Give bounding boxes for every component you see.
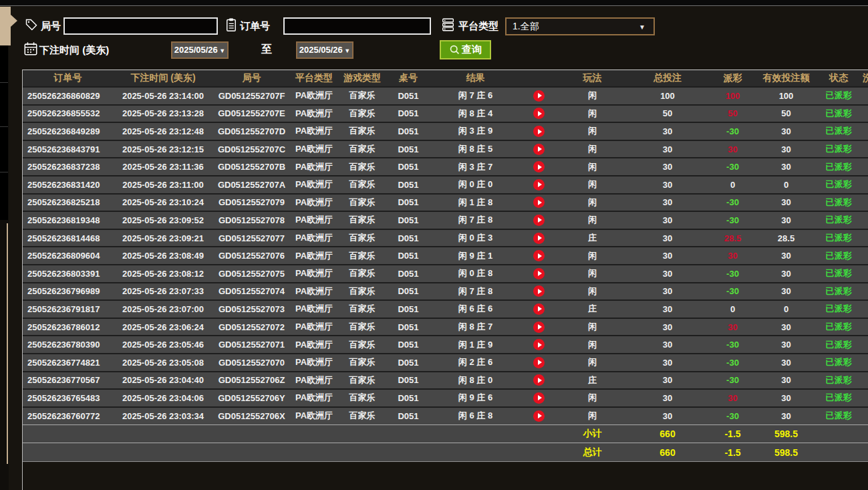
replay-play-button[interactable]	[533, 108, 545, 119]
replay-play-button[interactable]	[533, 233, 545, 244]
cell-game-type: 百家乐	[338, 407, 386, 425]
sidebar-toggle-tab[interactable]	[0, 7, 18, 45]
cell-order-number: 250526236860829	[23, 87, 113, 105]
cell-replay	[521, 336, 557, 354]
cell-bet-time: 2025-05-26 23:09:52	[113, 211, 213, 229]
round-number-input[interactable]	[63, 17, 218, 35]
cell-status: 已派彩	[815, 389, 863, 407]
date-from-picker[interactable]: 2025/05/26	[171, 41, 229, 59]
cell-round-number: GD0512552707F	[213, 87, 290, 105]
cell-valid-bet: 30	[758, 372, 815, 390]
cell-result: 闲 7 庄 6	[430, 87, 521, 105]
cell-order-number: 250526236770567	[23, 372, 113, 390]
replay-play-button[interactable]	[533, 392, 545, 404]
replay-play-button[interactable]	[533, 268, 545, 279]
cell-replay	[521, 176, 557, 194]
order-number-input[interactable]	[283, 17, 431, 35]
cell-empty	[863, 443, 868, 462]
cell-platform-type: PA欧洲厅	[290, 407, 338, 425]
cell-order-number: 250526236803391	[23, 265, 113, 283]
cell-payout: -30	[708, 158, 758, 176]
cell-status: 已派彩	[815, 158, 863, 176]
cell-valid-bet: 50	[758, 105, 815, 123]
cell-total-bet: 30	[627, 140, 708, 158]
replay-play-button[interactable]	[533, 144, 545, 155]
cell-status: 已派彩	[815, 372, 863, 390]
replay-play-button[interactable]	[533, 374, 545, 386]
total-bet: 660	[627, 424, 708, 443]
cell-bet-type: 闲	[557, 158, 627, 176]
cell-stub	[863, 87, 868, 105]
cell-platform-type: PA欧洲厅	[290, 372, 338, 390]
cell-bet-time: 2025-05-26 23:08:12	[113, 265, 213, 283]
cell-total-bet: 30	[627, 283, 708, 301]
collapsed-sidebar	[0, 6, 9, 490]
cell-bet-type: 闲	[557, 211, 627, 229]
replay-play-button[interactable]	[533, 126, 545, 137]
replay-play-button[interactable]	[533, 179, 545, 191]
cell-valid-bet: 30	[758, 122, 815, 140]
cell-status: 已派彩	[815, 354, 863, 372]
cell-order-number: 250526236849289	[23, 122, 113, 140]
cell-status: 已派彩	[815, 105, 863, 123]
cell-platform-type: PA欧洲厅	[290, 87, 338, 105]
cell-total-bet: 30	[627, 176, 708, 194]
cell-order-number: 250526236796989	[23, 283, 113, 301]
cell-payout: 100	[708, 87, 758, 105]
cell-table-number: D051	[386, 389, 430, 407]
cell-result: 闲 3 庄 9	[430, 122, 521, 140]
cell-valid-bet: 30	[758, 336, 815, 354]
chevron-down-icon	[639, 19, 645, 35]
cell-status: 已派彩	[815, 229, 863, 247]
cell-result: 闲 7 庄 8	[430, 211, 521, 229]
cell-bet-time: 2025-05-26 23:08:49	[113, 247, 213, 265]
table-row: 2505262367969892025-05-26 23:07:33GD0512…	[23, 283, 868, 301]
replay-play-button[interactable]	[533, 250, 545, 261]
cell-bet-type: 庄	[557, 300, 627, 318]
top-black-bar	[0, 0, 868, 5]
replay-play-button[interactable]	[533, 197, 545, 208]
table-row: 2505262368608292025-05-26 23:14:00GD0512…	[23, 87, 868, 105]
cell-bet-time: 2025-05-26 23:12:15	[113, 140, 213, 158]
replay-play-button[interactable]	[533, 410, 545, 422]
bet-records-table-container: 订单号下注时间 (美东)局号平台类型游戏类型桌号结果玩法总投注派彩有效投注额状态…	[22, 70, 868, 490]
replay-play-button[interactable]	[533, 161, 545, 172]
cell-round-number: GD0512552707B	[213, 158, 290, 176]
cell-empty	[338, 424, 386, 443]
cell-payout: 30	[708, 389, 758, 407]
cell-order-number: 250526236765483	[23, 389, 113, 407]
cell-table-number: D051	[386, 372, 430, 390]
to-label: 至	[261, 43, 272, 57]
cell-valid-bet: 30	[758, 194, 815, 212]
cell-payout: -30	[708, 336, 758, 354]
replay-play-button[interactable]	[533, 285, 545, 297]
cell-total-bet: 100	[627, 87, 708, 105]
cell-empty	[815, 443, 863, 462]
cell-valid-bet: 28.5	[758, 229, 815, 247]
cell-result: 闲 8 庄 5	[430, 140, 521, 158]
cell-bet-type: 闲	[557, 194, 627, 212]
cell-payout: -30	[708, 122, 758, 140]
cell-replay	[521, 265, 557, 283]
cell-total-bet: 30	[627, 336, 708, 354]
replay-play-button[interactable]	[533, 303, 545, 315]
replay-play-button[interactable]	[533, 357, 545, 368]
cell-result: 闲 6 庄 6	[430, 300, 521, 318]
cell-game-type: 百家乐	[338, 140, 386, 158]
query-button[interactable]: 查询	[440, 40, 491, 59]
cell-empty	[430, 424, 521, 443]
cell-order-number: 250526236780390	[23, 336, 113, 354]
replay-play-button[interactable]	[533, 215, 545, 226]
column-header: 总投注	[627, 70, 708, 87]
column-header: 玩法	[557, 70, 627, 87]
cell-platform-type: PA欧洲厅	[290, 194, 338, 212]
bet-records-page: { "form": { "round_label": "局号", "round_…	[0, 0, 868, 490]
replay-play-button[interactable]	[533, 90, 545, 102]
date-to-picker[interactable]: 2025/05/26	[296, 41, 353, 59]
cell-game-type: 百家乐	[338, 318, 386, 336]
replay-play-button[interactable]	[533, 322, 545, 333]
cell-round-number: GD0512552706X	[213, 407, 290, 425]
cell-table-number: D051	[386, 87, 430, 105]
platform-type-select[interactable]: 1.全部	[505, 17, 655, 35]
replay-play-button[interactable]	[533, 339, 545, 350]
